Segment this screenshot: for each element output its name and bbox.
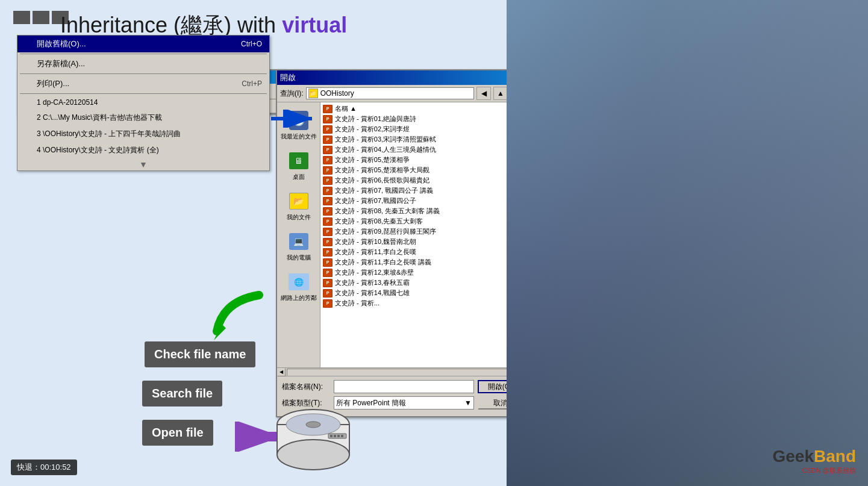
my-computer-icon-shape: 💻: [289, 233, 308, 250]
dropdown-sep-2: [20, 73, 267, 74]
ppt-icon: P: [323, 105, 333, 113]
list-item[interactable]: P文史詩 - 賞析10,魏晉南北朝: [322, 237, 526, 247]
desktop-icon-shape: 🖥: [289, 152, 308, 169]
deco-sq-2: [33, 11, 49, 24]
geekband-logo: GeekBand CSDN @联系丝信: [773, 447, 857, 475]
list-item[interactable]: P文史詩 - 賞析05,楚漢相爭大局觀: [322, 165, 526, 175]
timer-text: 快退：00:10:52: [17, 463, 71, 472]
sidebar-recent-label: 我最近的文件: [281, 133, 317, 140]
network-icon: 🌐: [288, 271, 310, 293]
list-item[interactable]: P文史詩 - 賞析14,戰國七雄: [322, 288, 526, 298]
ppt-icon: P: [323, 258, 333, 267]
my-computer-icon: 💻: [288, 231, 310, 252]
ppt-icon: P: [323, 217, 333, 226]
ppt-icon: P: [323, 176, 333, 185]
dropdown-recent-3[interactable]: 3 \OOHistory\文史詩 - 上下四千年美哉詩詞曲: [17, 126, 269, 142]
check-file-label: Check file name: [145, 341, 255, 367]
list-item[interactable]: P文史詩 - 賞析12,東坡&赤壁: [322, 267, 526, 278]
svg-rect-13: [337, 435, 340, 437]
list-item[interactable]: P文史詩 - 賞析11,李白之長嘆: [322, 247, 526, 257]
blue-arrow: [271, 110, 319, 130]
dialog-location-bar[interactable]: 📁 OOHistory: [306, 87, 474, 99]
dropdown-menu[interactable]: 開啟舊檔(O)... Ctrl+O 另存新檔(A)... 列印(P)... Ct…: [17, 35, 270, 171]
lecturer-area: [507, 0, 868, 486]
ppt-icon: P: [323, 238, 333, 246]
file-list-wrapper: P名稱 ▲ P文史詩 - 賞析01,絶論與唐詩 P文史詩 - 賞析02,宋詞李煜…: [320, 102, 528, 367]
filename-row: 檔案名稱(N): 開啟(O): [282, 380, 523, 393]
dropdown-open-label: 開啟舊檔(O)...: [37, 39, 86, 49]
dialog-title: 開啟: [280, 72, 296, 83]
list-item[interactable]: P文史詩 - 賞析...: [322, 298, 526, 308]
list-item[interactable]: P文史詩 - 賞析03,宋詞李清照盟蘇軾: [322, 134, 526, 145]
dropdown-sep-1: [20, 54, 267, 54]
list-item[interactable]: P文史詩 - 賞析07,戰國四公子: [322, 196, 526, 206]
dialog-back-btn[interactable]: ◀: [476, 87, 491, 100]
timer-badge[interactable]: 快退：00:10:52: [11, 460, 77, 475]
filename-label: 檔案名稱(N):: [282, 382, 330, 392]
ppt-icon: P: [323, 197, 333, 205]
dialog-location-label: 查詢(I):: [280, 89, 304, 99]
ppt-icon: P: [323, 299, 333, 308]
dialog-titlebar: 開啟 ✕: [277, 70, 528, 85]
hscroll-track[interactable]: [287, 369, 518, 376]
green-arrow: [211, 289, 289, 346]
dropdown-sep-3: [20, 93, 267, 94]
ppt-icon: P: [323, 248, 333, 257]
hscroll-left-arrow[interactable]: ◀: [277, 368, 286, 376]
location-folder-icon: 📁: [308, 89, 318, 98]
list-item[interactable]: P文史詩 - 賞析06,長恨歌與楊貴妃: [322, 175, 526, 185]
hdd-icon: [274, 407, 352, 476]
svg-rect-14: [341, 435, 343, 437]
dropdown-dots: ▼: [17, 158, 269, 170]
dropdown-print-shortcut: Ctrl+P: [242, 79, 262, 88]
ppt-icon: P: [323, 187, 333, 195]
list-item[interactable]: P文史詩 - 賞析07, 戰國四公子 講義: [322, 185, 526, 196]
ppt-icon: P: [323, 156, 333, 164]
list-item[interactable]: P文史詩 - 賞析02,宋詞李煜: [322, 124, 526, 134]
sidebar-desktop[interactable]: 🖥 桌面: [279, 148, 318, 183]
title-highlight: virtual: [282, 13, 347, 37]
dropdown-recent-2[interactable]: 2 C:\...\My Music\資料-吉他\吉他器下載: [17, 110, 269, 126]
dropdown-recent-4[interactable]: 4 \OOHistory\文史詩 - 文史詩賞析 (全): [17, 142, 269, 158]
svg-point-9: [306, 422, 320, 428]
dropdown-open-shortcut: Ctrl+O: [241, 40, 262, 48]
dropdown-saveas-label: 另存新檔(A)...: [37, 58, 85, 69]
filetype-dropdown[interactable]: 所有 PowerPoint 簡報 ▼: [334, 396, 474, 410]
list-item[interactable]: P文史詩 - 賞析05,楚漢相爭: [322, 155, 526, 165]
band-text: Band: [814, 447, 856, 466]
svg-rect-11: [330, 435, 333, 437]
dropdown-arrow-icon: ▼: [464, 399, 472, 407]
dialog-location-text: OOHistory: [320, 89, 354, 98]
ppt-icon: P: [323, 136, 333, 144]
ppt-icon: P: [323, 166, 333, 175]
file-list[interactable]: P名稱 ▲ P文史詩 - 賞析01,絶論與唐詩 P文史詩 - 賞析02,宋詞李煜…: [320, 102, 528, 367]
ppt-icon: P: [323, 289, 333, 298]
list-item[interactable]: P文史詩 - 賞析08,先秦五大刺客: [322, 216, 526, 226]
svg-rect-12: [334, 435, 336, 437]
dropdown-recent-1[interactable]: 1 dp-CA-20120514: [17, 95, 269, 110]
ppt-icon: P: [323, 125, 333, 134]
list-item[interactable]: P名稱 ▲: [322, 104, 526, 114]
hscroll-bar[interactable]: ◀ ▶: [277, 367, 528, 376]
dialog-up-btn[interactable]: ▲: [493, 87, 508, 100]
list-item[interactable]: P文史詩 - 賞析08, 先秦五大刺客 講義: [322, 206, 526, 216]
sidebar-my-docs[interactable]: 📂 我的文件: [279, 188, 318, 223]
lecturer-overlay: [507, 0, 868, 486]
list-item[interactable]: P文史詩 - 賞析09,琵琶行與滕王閣序: [322, 226, 526, 237]
list-item[interactable]: P文史詩 - 賞析01,絶論與唐詩: [322, 114, 526, 124]
network-icon-shape: 🌐: [289, 273, 309, 290]
list-item[interactable]: P文史詩 - 賞析04,人生三境吳越情仇: [322, 145, 526, 155]
dropdown-item-print[interactable]: 列印(P)... Ctrl+P: [17, 75, 269, 92]
check-file-text: Check file name: [154, 347, 246, 361]
dropdown-item-saveas[interactable]: 另存新檔(A)...: [17, 55, 269, 72]
svg-point-7: [277, 440, 349, 470]
sidebar-my-computer[interactable]: 💻 我的電腦: [279, 228, 318, 264]
dropdown-item-open[interactable]: 開啟舊檔(O)... Ctrl+O: [17, 36, 269, 52]
ppt-icon: P: [323, 279, 333, 287]
list-item[interactable]: P文史詩 - 賞析13,春秋五霸: [322, 278, 526, 288]
search-file-text: Search file: [152, 387, 213, 400]
list-item[interactable]: P文史詩 - 賞析11,李白之長嘆 講義: [322, 257, 526, 267]
slide-area: Inheritance (繼承) with virtual P Microsof…: [0, 0, 524, 486]
geek-text: Geek: [773, 447, 814, 466]
filename-input[interactable]: [334, 380, 474, 393]
